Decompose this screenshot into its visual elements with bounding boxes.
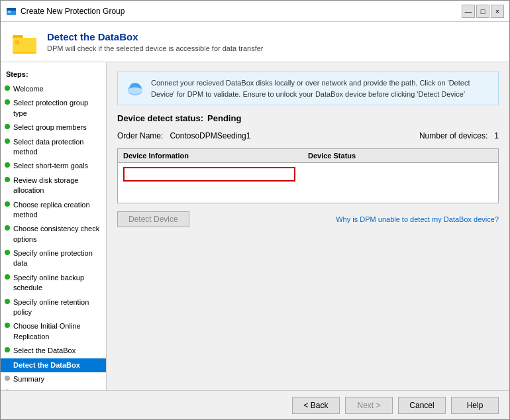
- sidebar-dot-1: [5, 99, 10, 105]
- sidebar: Steps: WelcomeSelect protection group ty…: [1, 62, 107, 390]
- info-banner: Connect your recieved DataBox disks loca…: [117, 72, 499, 105]
- info-banner-text: Connect your recieved DataBox disks loca…: [151, 78, 490, 99]
- order-row: Order Name: ContosoDPMSeeding1 Number of…: [117, 131, 499, 140]
- detect-device-row: Detect Device Why is DPM unable to detec…: [117, 211, 499, 227]
- sidebar-item-2[interactable]: Select group members: [1, 121, 106, 134]
- sidebar-label-9: Specify online backup schedule: [13, 273, 103, 293]
- sidebar-item-9[interactable]: Specify online backup schedule: [1, 271, 106, 295]
- device-table-body: [118, 163, 498, 203]
- title-bar: Create New Protection Group — □ ×: [1, 1, 509, 22]
- close-button[interactable]: ×: [491, 5, 504, 18]
- sidebar-label-5: Review disk storage allocation: [13, 176, 103, 196]
- sidebar-item-4[interactable]: Select short-term goals: [1, 159, 106, 173]
- col-device-status: Device Status: [308, 152, 493, 160]
- window-icon: [6, 6, 17, 17]
- detect-device-button[interactable]: Detect Device: [117, 211, 189, 227]
- next-button[interactable]: Next >: [345, 397, 393, 414]
- device-table: Device Information Device Status: [117, 148, 499, 203]
- title-bar-left: Create New Protection Group: [6, 6, 125, 17]
- num-devices-label: Number of devices:: [419, 131, 487, 140]
- sidebar-dot-2: [5, 124, 10, 129]
- sidebar-dot-8: [5, 250, 10, 255]
- sidebar-label-1: Select protection group type: [13, 98, 103, 119]
- cancel-button[interactable]: Cancel: [398, 397, 446, 414]
- svg-rect-2: [8, 11, 11, 13]
- device-table-header: Device Information Device Status: [118, 149, 498, 163]
- order-name-label: Order Name:: [117, 131, 163, 140]
- order-name-value: ContosoDPMSeeding1: [170, 131, 250, 140]
- svg-rect-5: [13, 38, 36, 52]
- footer: < Back Next > Cancel Help: [1, 390, 509, 419]
- sidebar-dot-5: [5, 177, 10, 182]
- col-device-info: Device Information: [123, 152, 308, 160]
- sidebar-item-3[interactable]: Select data protection method: [1, 135, 106, 160]
- sidebar-label-11: Choose Initial Online Replication: [13, 321, 103, 342]
- window-title: Create New Protection Group: [21, 7, 125, 16]
- svg-rect-6: [15, 40, 19, 44]
- detect-status-value: Pending: [207, 113, 241, 123]
- sidebar-dot-10: [5, 299, 10, 304]
- sidebar-label-3: Select data protection method: [13, 137, 103, 158]
- sidebar-dot-3: [5, 138, 10, 144]
- sidebar-label-2: Select group members: [13, 123, 87, 132]
- sidebar-item-13[interactable]: Detect the DataBox: [1, 358, 106, 372]
- back-button[interactable]: < Back: [292, 397, 340, 414]
- sidebar-label-7: Choose consistency check options: [13, 224, 103, 244]
- sidebar-dot-13: [5, 362, 10, 367]
- minimize-button[interactable]: —: [462, 5, 475, 18]
- sidebar-item-6[interactable]: Choose replica creation method: [1, 198, 106, 223]
- sidebar-item-1[interactable]: Select protection group type: [1, 96, 106, 121]
- sidebar-label-10: Specify online retention policy: [13, 297, 103, 318]
- sidebar-label-6: Choose replica creation method: [13, 200, 103, 221]
- sidebar-dot-4: [5, 162, 10, 168]
- maximize-button[interactable]: □: [476, 5, 489, 18]
- sidebar-dot-0: [5, 85, 10, 91]
- sidebar-label-0: Welcome: [13, 84, 44, 94]
- sidebar-dot-7: [5, 225, 10, 231]
- main-window: Create New Protection Group — □ × Detect…: [0, 0, 510, 420]
- sidebar-dot-9: [5, 274, 10, 280]
- order-name-group: Order Name: ContosoDPMSeeding1: [117, 131, 250, 140]
- sidebar-dot-14: [5, 376, 10, 381]
- title-bar-controls: — □ ×: [462, 5, 504, 18]
- sidebar-label-12: Select the DataBox: [13, 346, 76, 356]
- main-content: Steps: WelcomeSelect protection group ty…: [1, 62, 509, 390]
- page-title: Detect the DataBox: [47, 31, 263, 42]
- svg-point-11: [128, 87, 142, 94]
- sidebar-item-10[interactable]: Specify online retention policy: [1, 295, 106, 320]
- sidebar-label-14: Summary: [13, 374, 44, 384]
- sidebar-item-0[interactable]: Welcome: [1, 82, 106, 96]
- device-path-input[interactable]: [123, 167, 295, 182]
- sidebar-item-14[interactable]: Summary: [1, 372, 106, 386]
- svg-rect-1: [7, 8, 16, 11]
- sidebar-title: Steps:: [1, 68, 106, 82]
- help-button[interactable]: Help: [451, 397, 499, 414]
- sidebar-item-5[interactable]: Review disk storage allocation: [1, 174, 106, 198]
- page-subtitle: DPM will check if the selected device is…: [47, 44, 263, 52]
- sidebar-label-13: Detect the DataBox: [13, 360, 80, 370]
- sidebar-dot-6: [5, 201, 10, 207]
- sidebar-dot-12: [5, 347, 10, 352]
- sidebar-label-4: Select short-term goals: [13, 161, 88, 171]
- sidebar-items-container: WelcomeSelect protection group typeSelec…: [1, 82, 106, 390]
- device-input-row: [123, 167, 493, 182]
- header-text: Detect the DataBox DPM will check if the…: [47, 31, 263, 52]
- cloud-icon: [126, 79, 144, 97]
- detect-status-row: Device detect status: Pending: [117, 113, 499, 123]
- sidebar-dot-11: [5, 323, 10, 328]
- num-devices-value: 1: [494, 131, 499, 140]
- detect-status-label: Device detect status:: [117, 113, 203, 123]
- num-devices-group: Number of devices: 1: [419, 131, 499, 140]
- content-area: Connect your recieved DataBox disks loca…: [107, 62, 509, 390]
- sidebar-item-8[interactable]: Specify online protection data: [1, 246, 106, 271]
- sidebar-item-12[interactable]: Select the DataBox: [1, 344, 106, 358]
- header-area: Detect the DataBox DPM will check if the…: [1, 22, 509, 62]
- sidebar-item-7[interactable]: Choose consistency check options: [1, 222, 106, 246]
- header-folder-icon: [11, 28, 38, 55]
- sidebar-item-11[interactable]: Choose Initial Online Replication: [1, 319, 106, 344]
- detect-help-link[interactable]: Why is DPM unable to detect my DataBox d…: [336, 215, 499, 223]
- sidebar-label-8: Specify online protection data: [13, 248, 103, 269]
